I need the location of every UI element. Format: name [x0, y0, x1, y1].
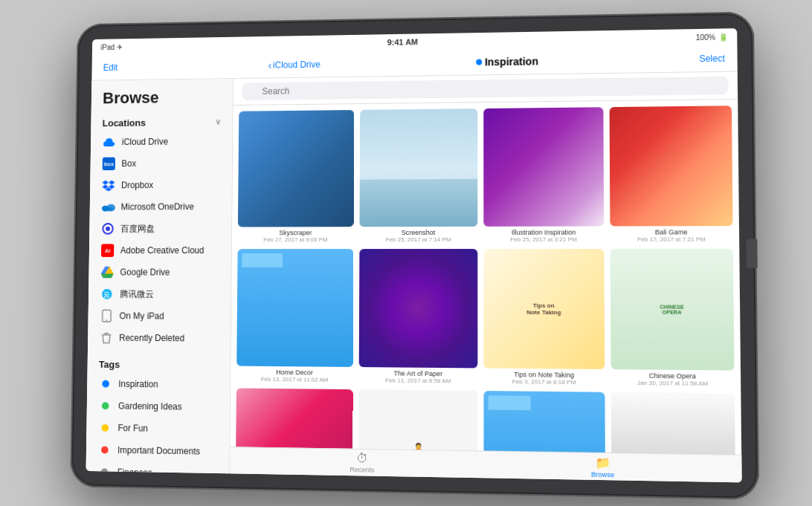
- battery-icon: 🔋: [718, 32, 728, 40]
- file-date: Feb 17, 2017 at 7:21 PM: [610, 236, 733, 242]
- file-grid: Skyscraper Feb 27, 2017 at 9:03 PM Scree…: [230, 100, 741, 455]
- tag-dot-icon: [98, 420, 112, 435]
- grid-item-pink-leaf[interactable]: Pink Leaf Jan 28, 2017 at 3:09 PM: [235, 388, 352, 454]
- edit-button[interactable]: Edit: [103, 62, 118, 72]
- thumb-illustration: [483, 107, 604, 227]
- sidebar-item-label: Important Documents: [117, 444, 200, 456]
- browse-title: Browse: [91, 87, 233, 113]
- sidebar-item-label: Microsoft OneDrive: [121, 201, 194, 212]
- sidebar-item-tencent[interactable]: 云 腾讯微云: [88, 283, 231, 305]
- file-date: Feb 25, 2017 at 3:21 PM: [483, 236, 604, 242]
- file-date: Jan 30, 2017 at 11:58 AM: [611, 379, 735, 387]
- adobe-icon: Ai: [100, 243, 115, 258]
- sidebar-item-fun[interactable]: For Fun: [86, 416, 230, 441]
- file-date: Feb 11, 2017 at 8:58 AM: [359, 377, 478, 385]
- file-date: Feb 25, 2017 at 7:14 PM: [359, 236, 477, 242]
- grid-item-modern-jewelry[interactable]: Modern Jewelry Jan 14, 2017 at 9:02 AM: [611, 392, 736, 454]
- sidebar-item-gdrive[interactable]: Google Drive: [88, 261, 231, 283]
- icloud-icon: [102, 134, 116, 149]
- svg-point-4: [106, 226, 110, 230]
- sidebar: Browse Locations ∨ iCloud Drive: [86, 79, 233, 473]
- gdrive-icon: [100, 265, 115, 279]
- thumb-folder-illustrations: [483, 390, 605, 454]
- sidebar-item-dropbox[interactable]: Dropbox: [90, 173, 232, 195]
- grid-item-art-paper[interactable]: The Art of Paper Feb 11, 2017 at 8:58 AM: [359, 248, 478, 384]
- locations-label: Locations: [103, 117, 146, 128]
- sidebar-item-deleted[interactable]: Recently Deleted: [88, 326, 231, 349]
- home-button[interactable]: [747, 239, 758, 267]
- status-time: 9:41 AM: [387, 37, 418, 46]
- grid-item-chinese-opera[interactable]: CHINESEOPERA Chinese Opera Jan 30, 2017 …: [610, 248, 735, 386]
- sidebar-item-label: Finances: [117, 467, 152, 473]
- thumb-folder: [236, 249, 353, 367]
- sidebar-item-label: Box: [121, 158, 136, 169]
- file-date: Feb 27, 2017 at 9:03 PM: [238, 236, 354, 243]
- sidebar-item-label: Adobe Creative Cloud: [120, 245, 204, 256]
- tag-dot-icon: [98, 398, 112, 413]
- sidebar-item-important[interactable]: Important Documents: [86, 438, 230, 463]
- nav-dot-icon: [476, 59, 482, 65]
- thumb-modern-jewelry: [611, 392, 736, 454]
- tag-dot-icon: [97, 442, 112, 457]
- main-content: Browse Locations ∨ iCloud Drive: [86, 71, 742, 482]
- grid-item-illustration[interactable]: Illustration Inspiration Feb 25, 2017 at…: [483, 107, 604, 243]
- sidebar-item-finances[interactable]: Finances: [86, 461, 230, 473]
- sidebar-item-label: Recently Deleted: [119, 332, 184, 343]
- grid-item-illustrations[interactable]: Illustrations Jan 17, 2017 at 1:36 PM: [483, 390, 605, 454]
- grid-item-screenshot[interactable]: Screenshot Feb 25, 2017 at 7:14 PM: [359, 108, 477, 243]
- status-left: iPad ✈: [100, 42, 122, 51]
- trash-icon: [99, 330, 113, 345]
- sidebar-item-icloud[interactable]: iCloud Drive: [91, 130, 232, 153]
- status-right: 100% 🔋: [696, 32, 728, 41]
- thumb-chinese-opera: CHINESEOPERA: [610, 248, 735, 370]
- tag-dot-icon: [98, 376, 112, 391]
- grid-item-skyscraper[interactable]: Skyscraper Feb 27, 2017 at 9:03 PM: [238, 110, 355, 243]
- tencent-icon: 云: [100, 286, 114, 301]
- nav-left: Edit: [103, 62, 118, 72]
- thumb-pink-leaf: [236, 388, 353, 454]
- back-chevron-icon: ‹: [268, 59, 272, 71]
- tab-browse[interactable]: 📁 Browse: [591, 455, 614, 478]
- grid-item-home-decor[interactable]: Home Decor Feb 13, 2017 at 11:02 AM: [236, 249, 353, 383]
- baidu-icon: [100, 221, 115, 236]
- status-device: iPad ✈: [100, 42, 122, 51]
- nav-title: Inspiration: [476, 54, 538, 67]
- sidebar-item-box[interactable]: box Box: [90, 152, 232, 175]
- nav-right: Select: [699, 53, 725, 64]
- sidebar-item-label: Inspiration: [118, 378, 158, 389]
- search-input[interactable]: [242, 76, 728, 100]
- sidebar-item-label: Gardening Ideas: [118, 400, 182, 412]
- sidebar-item-baidu[interactable]: 百度网盘: [89, 217, 231, 239]
- box-icon: box: [102, 156, 116, 171]
- sidebar-item-label: iCloud Drive: [122, 136, 168, 146]
- grid-item-tips[interactable]: Tips onNote Taking Tips on Note Taking F…: [483, 248, 605, 386]
- search-container: 🔍: [242, 76, 728, 100]
- tab-recents[interactable]: ⏱ Recents: [349, 451, 374, 473]
- grid-item-park-sketch[interactable]: 🧘 Park Sketch Jan 21, 2017 at 5:35 PM: [358, 389, 478, 455]
- select-button[interactable]: Select: [699, 53, 725, 64]
- ipad-screen: iPad ✈ 9:41 AM 100% 🔋 Edit ‹ iCloud Driv…: [86, 28, 742, 482]
- nav-back-label: iCloud Drive: [273, 59, 320, 70]
- grid-item-bali[interactable]: Bali Game Feb 17, 2017 at 7:21 PM: [610, 106, 733, 243]
- nav-back[interactable]: ‹ iCloud Drive: [268, 58, 320, 71]
- content-area: 🔍 Skyscraper Feb 27, 2017 at 9:03 PM: [230, 71, 742, 482]
- sidebar-item-label: 百度网盘: [120, 222, 155, 235]
- sidebar-item-adobe[interactable]: Ai Adobe Creative Cloud: [89, 239, 231, 262]
- sidebar-item-onedrive[interactable]: Microsoft OneDrive: [90, 195, 232, 218]
- clock-icon: ⏱: [356, 451, 368, 464]
- locations-header: Locations ∨: [91, 111, 232, 131]
- thumb-park-sketch: 🧘: [358, 389, 478, 455]
- file-label: Skyscraper: [238, 229, 354, 236]
- onedrive-icon: [101, 199, 115, 214]
- nav-title-text: Inspiration: [485, 54, 538, 67]
- battery-text: 100%: [696, 33, 716, 42]
- file-label: Screenshot: [359, 228, 477, 236]
- tags-header: Tags: [88, 354, 231, 374]
- thumb-tips: Tips onNote Taking: [483, 248, 605, 369]
- sidebar-item-label: On My iPad: [120, 311, 164, 321]
- file-label: Bali Game: [610, 228, 732, 236]
- thumb-screenshot: [360, 108, 478, 227]
- sidebar-item-ipad[interactable]: On My iPad: [88, 305, 231, 328]
- sidebar-item-inspiration[interactable]: Inspiration: [87, 372, 230, 396]
- sidebar-item-gardening[interactable]: Gardening Ideas: [87, 395, 230, 418]
